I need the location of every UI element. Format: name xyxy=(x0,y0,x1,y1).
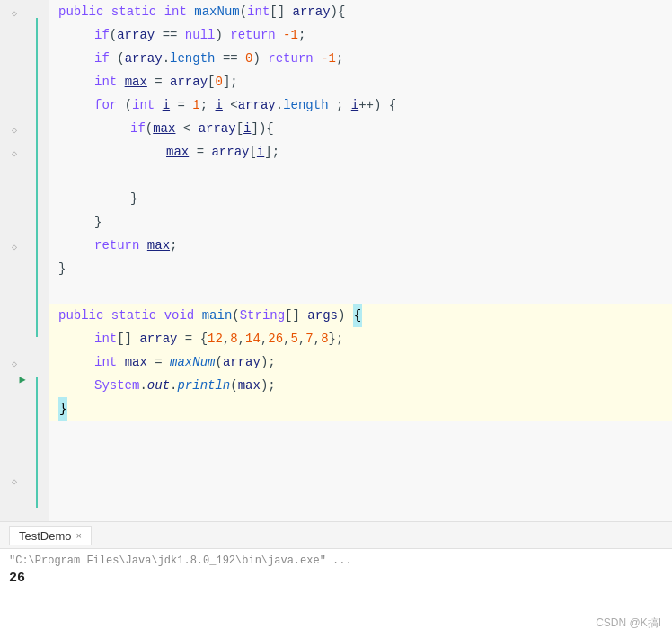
console-tab-close[interactable]: × xyxy=(76,530,82,541)
line-max-assign: max = array[i]; xyxy=(49,140,672,164)
line-for-loop: for (int i = 1; i <array.length ; i++) { xyxy=(49,93,672,117)
line-method-signature: public static int maxNum(int[] array){ xyxy=(49,0,672,23)
gutter xyxy=(0,0,49,521)
line-if-length: if (array.length == 0) return -1; xyxy=(49,47,672,70)
line-return-max: return max; xyxy=(49,234,672,257)
line-if-max: if(max < array[i]){ xyxy=(49,117,672,140)
editor-area: public static int maxNum(int[] array){ i… xyxy=(0,0,672,521)
fold-icon-6[interactable] xyxy=(7,474,22,489)
line-int-max: int max = array[0]; xyxy=(49,70,672,93)
console-cmd-line: "C:\Program Files\Java\jdk1.8.0_192\bin\… xyxy=(9,554,663,567)
line-if-null: if(array == null) return -1; xyxy=(49,23,672,47)
line-int-array: int[] array = {12,8,14,26,5,7,8}; xyxy=(49,327,672,350)
main-block-line xyxy=(36,377,38,508)
run-button[interactable] xyxy=(16,373,29,385)
console-output: "C:\Program Files\Java\jdk1.8.0_192\bin\… xyxy=(0,549,672,591)
fold-icon-2[interactable] xyxy=(7,123,22,137)
fold-icon-3[interactable] xyxy=(7,146,22,161)
console-tab[interactable]: TestDemo × xyxy=(9,526,92,545)
line-close-method: } xyxy=(49,257,672,280)
line-close-for: } xyxy=(49,210,672,234)
line-sysout: System.out.println(max); xyxy=(49,374,672,397)
console-tab-bar: TestDemo × xyxy=(0,522,672,549)
console-area: TestDemo × "C:\Program Files\Java\jdk1.8… xyxy=(0,521,672,638)
line-blank-1 xyxy=(49,164,672,187)
line-close-if: } xyxy=(49,187,672,210)
line-blank-2 xyxy=(49,280,672,304)
console-tab-label: TestDemo xyxy=(19,529,72,543)
console-result: 26 xyxy=(9,571,663,586)
line-close-main: } xyxy=(49,397,672,421)
line-int-max2: int max = maxNum(array); xyxy=(49,350,672,374)
line-main-signature: public static void main(String[] args) { xyxy=(49,304,672,327)
fold-icon-5[interactable] xyxy=(7,357,22,371)
fold-icon-1[interactable] xyxy=(7,6,22,21)
watermark: CSDN @K搞I xyxy=(596,616,661,631)
fold-icon-4[interactable] xyxy=(7,240,22,254)
code-content: public static int maxNum(int[] array){ i… xyxy=(49,0,672,421)
method-block-line xyxy=(36,18,38,337)
